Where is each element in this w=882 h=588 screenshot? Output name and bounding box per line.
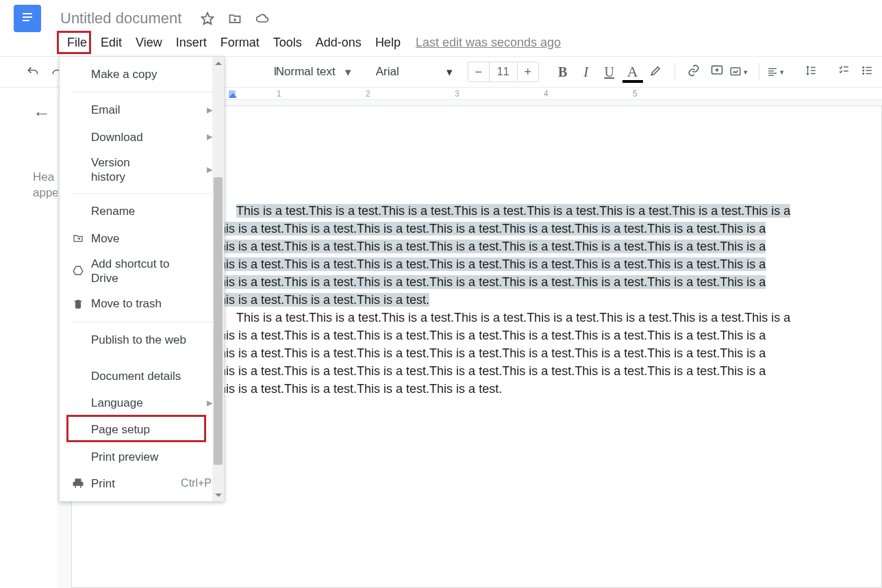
font-size-value[interactable]: 11 [489, 62, 518, 81]
menu-file[interactable]: File [60, 33, 94, 53]
menu-move[interactable]: Move [60, 225, 224, 252]
ruler-mark: 2 [366, 89, 370, 99]
trash-icon [71, 298, 86, 310]
menu-version-history[interactable]: Version history▸ [60, 151, 224, 190]
last-edit-link[interactable]: Last edit was seconds ago [416, 36, 561, 50]
svg-rect-13 [866, 66, 871, 68]
menu-separator [71, 92, 213, 92]
paragraph-2[interactable]: This is a test.This is a test.This is a … [188, 309, 805, 398]
ruler-mark: 5 [633, 89, 638, 99]
insert-image-button[interactable]: ▾ [729, 66, 752, 78]
submenu-arrow-icon: ▸ [207, 130, 213, 144]
menu-view[interactable]: View [129, 33, 169, 53]
drive-shortcut-icon [71, 265, 86, 277]
svg-rect-6 [768, 68, 777, 69]
decrease-font-size-button[interactable]: − [468, 62, 489, 81]
menu-rename[interactable]: Rename [60, 198, 224, 225]
menu-insert[interactable]: Insert [169, 33, 214, 53]
move-icon [71, 233, 86, 244]
chevron-down-icon: ▾ [345, 65, 351, 79]
text-color-button[interactable]: A [621, 63, 644, 81]
menu-edit[interactable]: Edit [94, 33, 129, 53]
move-folder-icon[interactable] [225, 9, 244, 28]
menu-addons[interactable]: Add-ons [309, 33, 368, 53]
title-bar: Untitled document [0, 0, 882, 33]
underline-button[interactable]: U [598, 64, 621, 80]
menu-email[interactable]: Email▸ [60, 97, 224, 123]
submenu-arrow-icon: ▸ [207, 103, 213, 117]
svg-rect-8 [768, 73, 777, 73]
svg-point-12 [862, 73, 864, 75]
cloud-status-icon[interactable] [253, 9, 272, 28]
menu-tools[interactable]: Tools [266, 33, 309, 53]
svg-rect-2 [23, 20, 29, 21]
menu-document-details[interactable]: Document details [60, 363, 224, 389]
submenu-arrow-icon: ▸ [207, 162, 213, 177]
bold-button[interactable]: B [551, 64, 575, 80]
add-comment-button[interactable] [705, 64, 729, 81]
font-family-dropdown[interactable]: Arial ▾ [368, 62, 457, 82]
outline-collapse-icon[interactable]: ← [0, 103, 58, 124]
ruler-mark: 1 [277, 89, 281, 99]
svg-marker-3 [202, 13, 214, 25]
increase-font-size-button[interactable]: + [518, 62, 538, 81]
insert-link-button[interactable] [682, 64, 705, 81]
svg-rect-5 [731, 68, 740, 75]
menu-bar: File Edit View Insert Format Tools Add-o… [0, 33, 882, 56]
star-icon[interactable] [198, 9, 217, 28]
file-menu-dropdown: Make a copy Email▸ Download▸ Version his… [59, 56, 225, 502]
svg-rect-0 [23, 13, 32, 14]
toolbar-separator [675, 63, 675, 81]
undo-icon[interactable] [21, 60, 45, 84]
chevron-down-icon: ▾ [446, 65, 453, 79]
svg-point-10 [862, 66, 864, 68]
menu-publish-to-web[interactable]: Publish to the web [60, 327, 224, 353]
menu-download[interactable]: Download▸ [60, 124, 224, 151]
menu-print-preview[interactable]: Print preview [60, 444, 224, 470]
checklist-button[interactable] [832, 64, 855, 80]
font-size-group: − 11 + [468, 62, 539, 82]
svg-rect-14 [866, 70, 871, 71]
svg-rect-7 [768, 71, 774, 71]
document-title[interactable]: Untitled document [60, 10, 181, 27]
highlight-color-button[interactable] [644, 64, 668, 81]
submenu-arrow-icon: ▸ [207, 396, 213, 410]
shortcut-label: Ctrl+P [181, 476, 212, 490]
hanging-indent-marker[interactable] [229, 93, 237, 98]
paragraph-1[interactable]: This is a test.This is a test.This is a … [188, 202, 805, 309]
print-icon [71, 477, 86, 489]
menu-format[interactable]: Format [214, 33, 266, 53]
menu-separator [71, 193, 213, 194]
menu-print[interactable]: Print Ctrl+P [60, 470, 224, 497]
italic-button[interactable]: I [575, 63, 598, 81]
svg-rect-9 [768, 75, 774, 76]
menu-make-a-copy[interactable]: Make a copy [60, 61, 224, 88]
line-spacing-button[interactable] [799, 64, 822, 80]
menu-help[interactable]: Help [368, 33, 407, 53]
svg-point-11 [862, 69, 864, 71]
ruler-mark: 4 [544, 89, 549, 99]
docs-logo-icon[interactable] [14, 5, 41, 32]
menu-add-shortcut-to-drive[interactable]: Add shortcut to Drive [60, 252, 224, 291]
paragraph-style-dropdown[interactable]: lNormal text ▾ [275, 62, 355, 82]
svg-rect-15 [866, 73, 871, 74]
menu-page-setup[interactable]: Page setup [60, 416, 224, 443]
outline-sidebar: ← Heaappe [0, 88, 58, 588]
menu-language[interactable]: Language▸ [60, 389, 224, 416]
menu-move-to-trash[interactable]: Move to trash [60, 290, 224, 317]
svg-rect-1 [23, 16, 32, 18]
toolbar-separator [759, 63, 759, 81]
menu-separator [71, 322, 213, 322]
bulleted-list-button[interactable] [855, 64, 879, 80]
align-button[interactable]: ▾ [766, 66, 790, 77]
ruler-mark: 3 [455, 89, 459, 99]
